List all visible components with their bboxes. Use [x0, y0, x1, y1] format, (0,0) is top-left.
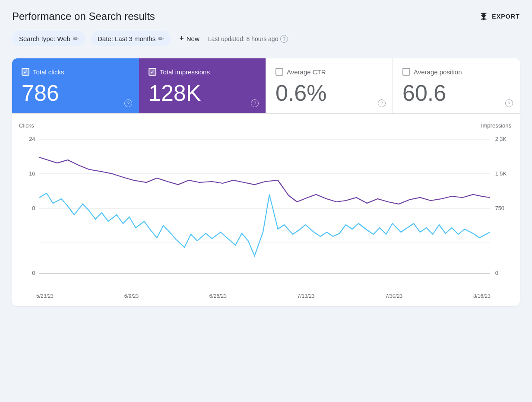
- chart-wrapper: 24 16 8 0 2.3K 1.5K 750 0: [19, 131, 511, 299]
- svg-text:8: 8: [32, 205, 35, 211]
- ctr-value: 0.6%: [276, 81, 384, 105]
- metric-position[interactable]: Average position 60.6 ?: [393, 58, 520, 113]
- search-type-label: Search type: Web: [19, 35, 70, 42]
- x-label-3: 6/26/23: [209, 293, 227, 299]
- filter-bar: Search type: Web ✏ Date: Last 3 months ✏…: [12, 31, 520, 46]
- impressions-checkbox[interactable]: ✓: [149, 68, 156, 76]
- export-icon: [479, 12, 488, 21]
- left-axis-label: Clicks: [19, 122, 34, 129]
- checkmark-icon: ✓: [23, 69, 28, 75]
- search-type-filter[interactable]: Search type: Web ✏: [12, 31, 86, 46]
- x-label-4: 7/13/23: [297, 293, 314, 299]
- metric-impressions[interactable]: ✓ Total impressions 128K ?: [139, 58, 266, 113]
- right-axis-label: Impressions: [481, 122, 511, 129]
- x-label-1: 5/23/23: [36, 293, 54, 299]
- x-axis-labels: 5/23/23 6/9/23 6/26/23 7/13/23 7/30/23 8…: [19, 290, 511, 299]
- help-icon-last-updated[interactable]: ?: [280, 35, 288, 43]
- x-label-5: 7/30/23: [385, 293, 402, 299]
- svg-text:24: 24: [29, 136, 35, 142]
- chart-area: Clicks Impressions 24 16 8 0: [12, 114, 520, 306]
- ctr-help-icon[interactable]: ?: [378, 99, 386, 107]
- pencil-icon: ✏: [73, 35, 79, 43]
- export-label: EXPORT: [492, 13, 520, 20]
- svg-text:2.3K: 2.3K: [495, 136, 507, 142]
- clicks-help: ?: [124, 99, 132, 107]
- impressions-help-icon[interactable]: ?: [251, 99, 259, 107]
- last-updated-text: Last updated: 8 hours ago: [208, 35, 279, 42]
- position-checkbox[interactable]: [402, 68, 410, 76]
- position-help: ?: [505, 99, 513, 107]
- page-container: Performance on Search results EXPORT Sea…: [0, 0, 532, 402]
- new-button[interactable]: + New: [176, 32, 203, 45]
- page-title: Performance on Search results: [12, 10, 155, 22]
- position-help-icon[interactable]: ?: [505, 99, 513, 107]
- position-label: Average position: [414, 68, 462, 76]
- x-label-2: 6/9/23: [124, 293, 139, 299]
- svg-text:0: 0: [495, 270, 498, 276]
- chart-svg: 24 16 8 0 2.3K 1.5K 750 0: [19, 131, 511, 290]
- impressions-help: ?: [251, 99, 259, 107]
- new-label: New: [187, 35, 200, 42]
- metric-ctr[interactable]: Average CTR 0.6% ?: [266, 58, 393, 113]
- svg-text:1.5K: 1.5K: [495, 170, 507, 177]
- svg-text:16: 16: [29, 170, 35, 177]
- main-card: ✓ Total clicks 786 ? ✓ Total impressions…: [12, 58, 520, 306]
- metrics-row: ✓ Total clicks 786 ? ✓ Total impressions…: [12, 58, 520, 114]
- export-button[interactable]: EXPORT: [479, 12, 520, 21]
- date-filter[interactable]: Date: Last 3 months ✏: [91, 31, 171, 46]
- plus-icon: +: [179, 34, 184, 43]
- impressions-value: 128K: [149, 81, 257, 105]
- x-label-6: 8/16/23: [473, 293, 491, 299]
- pencil-icon-date: ✏: [158, 35, 164, 43]
- last-updated: Last updated: 8 hours ago ?: [208, 35, 288, 43]
- svg-text:750: 750: [495, 205, 504, 211]
- ctr-help: ?: [378, 99, 386, 107]
- ctr-label: Average CTR: [287, 68, 326, 76]
- clicks-label: Total clicks: [33, 68, 64, 76]
- checkmark-impressions-icon: ✓: [150, 69, 155, 75]
- metric-clicks[interactable]: ✓ Total clicks 786 ?: [12, 58, 139, 113]
- impressions-label: Total impressions: [160, 68, 210, 76]
- page-header: Performance on Search results EXPORT: [12, 10, 520, 22]
- clicks-help-icon[interactable]: ?: [124, 99, 132, 107]
- clicks-checkbox[interactable]: ✓: [22, 68, 29, 76]
- ctr-checkbox[interactable]: [276, 68, 283, 76]
- date-label: Date: Last 3 months: [98, 35, 155, 42]
- position-value: 60.6: [402, 81, 511, 105]
- svg-text:0: 0: [32, 270, 35, 276]
- clicks-value: 786: [22, 81, 130, 105]
